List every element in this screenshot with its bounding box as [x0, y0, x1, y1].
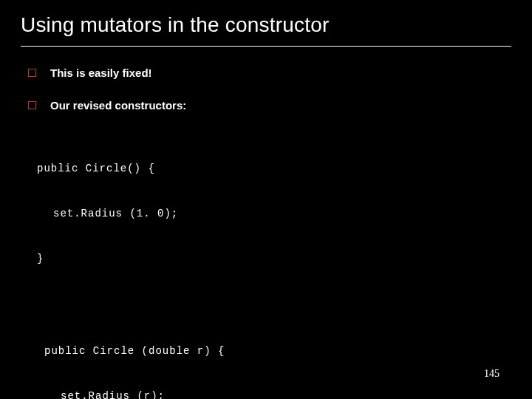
bullet-item: Our revised constructors:: [25, 98, 511, 113]
bullet-list: This is easily fixed! Our revised constr…: [21, 66, 511, 114]
code-block-1: public Circle() { set.Radius (1. 0); }: [37, 132, 511, 296]
page-number: 145: [484, 368, 499, 380]
code-line: set.Radius (r);: [44, 389, 511, 399]
slide-title: Using mutators in the constructor: [21, 13, 511, 47]
slide: Using mutators in the constructor This i…: [0, 0, 532, 399]
bullet-item: This is easily fixed!: [25, 66, 511, 81]
code-line: public Circle (double r) {: [44, 344, 511, 358]
code-line: public Circle() {: [37, 161, 511, 176]
code-line: }: [37, 251, 511, 266]
code-block-2: public Circle (double r) { set.Radius (r…: [44, 314, 511, 399]
code-line: set.Radius (1. 0);: [37, 206, 511, 221]
